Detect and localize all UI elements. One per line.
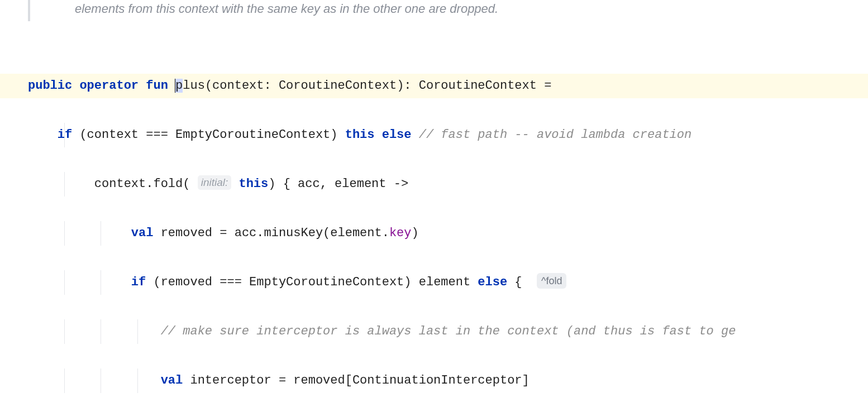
keyword-this: this	[239, 177, 268, 191]
indent-guide	[64, 123, 65, 147]
keyword-public: public	[28, 79, 72, 93]
keyword-if: if	[131, 275, 146, 289]
keyword-this: this	[345, 128, 375, 142]
indent-guide	[137, 368, 138, 393]
fold-call: context.fold(	[94, 177, 198, 191]
keyword-val: val	[161, 374, 183, 387]
keyword-operator: operator	[79, 79, 139, 93]
kdoc-fragment: elements from this context with the same…	[28, 0, 868, 21]
code-block: public operator fun plus(context: Corout…	[0, 25, 868, 402]
cond: (context === EmptyCoroutineContext)	[72, 128, 345, 142]
keyword-val: val	[131, 226, 154, 240]
code-line[interactable]: val interceptor = removed[ContinuationIn…	[0, 368, 868, 393]
indent-guide	[64, 319, 65, 344]
keyword-else: else	[382, 128, 412, 142]
keyword-if: if	[58, 128, 72, 142]
val-body: interceptor = removed[ContinuationInterc…	[183, 374, 530, 387]
keyword-fun: fun	[146, 79, 168, 93]
selection-plus: p	[175, 79, 183, 93]
fn-signature-tail: (context: CoroutineContext): CoroutineCo…	[205, 79, 552, 93]
indent-guide	[101, 221, 101, 246]
code-line[interactable]: // make sure interceptor is always last …	[0, 319, 868, 344]
val-body: removed = acc.minusKey(element.	[153, 226, 389, 240]
code-line[interactable]: if (context === EmptyCoroutineContext) t…	[0, 123, 868, 147]
code-line[interactable]: val removed = acc.minusKey(element.key)	[0, 221, 868, 246]
indent-guide	[137, 319, 138, 344]
indent-guide	[101, 319, 101, 344]
indent-guide	[101, 270, 101, 295]
code-line[interactable]: if (removed === EmptyCoroutineContext) e…	[0, 270, 868, 295]
inlay-fold-hint[interactable]: ^fold	[537, 273, 566, 289]
fn-name-rest: lus	[183, 79, 205, 93]
indent-guide	[64, 221, 65, 246]
cond: (removed === EmptyCoroutineContext) elem…	[146, 275, 478, 289]
indent-guide	[64, 172, 65, 197]
code-line-signature[interactable]: public operator fun plus(context: Corout…	[0, 74, 868, 98]
indent-guide	[64, 270, 65, 295]
indent-guide	[101, 368, 101, 393]
inlay-param-hint[interactable]: initial:	[198, 175, 232, 190]
indent-guide	[64, 368, 65, 393]
comment: // make sure interceptor is always last …	[161, 324, 736, 338]
keyword-else: else	[478, 275, 507, 289]
code-line[interactable]: context.fold( initial: this) { acc, elem…	[0, 172, 868, 197]
lambda-open: ) { acc, element ->	[268, 177, 408, 191]
comment: // fast path -- avoid lambda creation	[412, 128, 692, 142]
property-key: key	[389, 226, 412, 240]
